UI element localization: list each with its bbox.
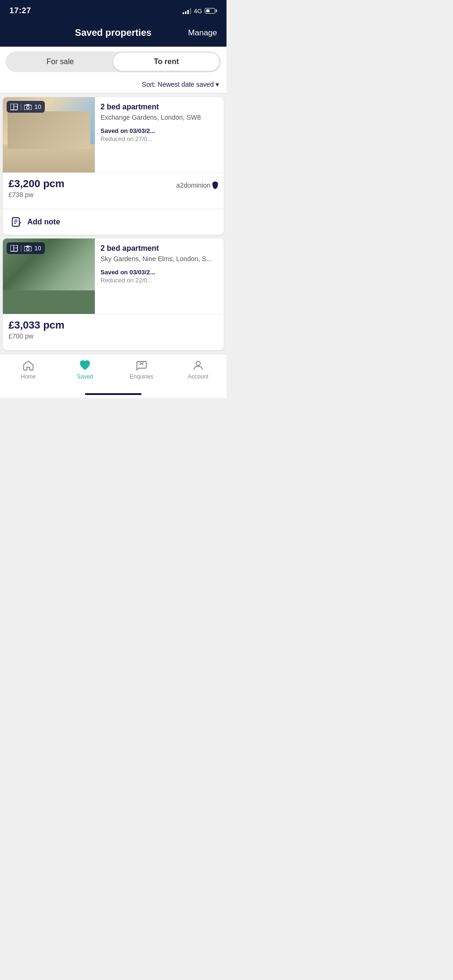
agent-logo: a2dominion <box>176 181 218 189</box>
status-bar: 17:27 4G <box>0 0 226 21</box>
property-reduced: Reduced on 22/0... <box>101 277 218 284</box>
image-badge: 10 <box>7 101 45 113</box>
property-price-main: £3,200 pcm <box>8 178 65 190</box>
image-badge: 10 <box>7 242 45 254</box>
nav-enquiries-label: Enquiries <box>130 373 153 380</box>
home-icon <box>22 359 34 371</box>
home-indicator <box>85 393 142 395</box>
enquiries-icon <box>135 359 148 371</box>
floorplan-icon <box>10 245 18 252</box>
photo-count: 10 <box>34 245 41 252</box>
camera-icon <box>24 104 32 110</box>
note-icon <box>10 216 23 228</box>
property-type: 2 bed apartment <box>101 244 218 253</box>
property-card[interactable]: 10 2 bed apartment Exchange Gardens, Lon… <box>3 97 224 235</box>
account-icon <box>192 359 204 371</box>
nav-saved-label: Saved <box>77 373 93 380</box>
property-saved: Saved on 03/03/2... <box>101 269 218 276</box>
home-bar <box>0 389 226 398</box>
add-note-row[interactable]: Add note <box>3 209 224 235</box>
property-reduced: Reduced on 27/0... <box>101 135 218 142</box>
tab-for-sale[interactable]: For sale <box>7 53 113 71</box>
property-price-sub: £700 pw <box>8 332 218 340</box>
a2dominion-logo: a2dominion <box>176 181 218 189</box>
nav-account[interactable]: Account <box>170 359 226 380</box>
note-svg <box>11 217 22 227</box>
property-main: 10 2 bed apartment Sky Gardens, Nine Elm… <box>3 239 224 314</box>
camera-icon <box>24 246 32 251</box>
tab-switch: For sale To rent <box>6 51 221 72</box>
svg-rect-15 <box>26 246 29 247</box>
svg-rect-3 <box>24 105 32 110</box>
property-image-wrap: 10 <box>3 97 95 173</box>
property-card[interactable]: 10 2 bed apartment Sky Gardens, Nine Elm… <box>3 239 224 350</box>
header: Saved properties Manage <box>0 21 226 47</box>
property-list: 10 2 bed apartment Exchange Gardens, Lon… <box>0 93 226 354</box>
property-price-main: £3,033 pcm <box>8 319 218 331</box>
property-image-wrap: 10 <box>3 239 95 314</box>
add-note-label: Add note <box>27 218 60 226</box>
nav-enquiries[interactable]: Enquiries <box>113 359 170 380</box>
sort-label[interactable]: Sort: Newest date saved ▾ <box>142 81 219 88</box>
property-type: 2 bed apartment <box>101 103 218 111</box>
agent-name: a2dominion <box>176 181 210 189</box>
status-icons: 4G <box>183 8 217 15</box>
manage-button[interactable]: Manage <box>188 28 217 38</box>
heart-icon <box>79 359 91 371</box>
status-time: 17:27 <box>9 6 31 16</box>
tab-container: For sale To rent <box>0 47 226 77</box>
svg-rect-13 <box>24 247 32 251</box>
svg-point-4 <box>26 106 29 109</box>
property-bottom: £3,200 pcm £738 pw a2dominion <box>3 173 224 209</box>
property-address: Sky Gardens, Nine Elms, London, S... <box>101 255 218 264</box>
badge-divider <box>21 104 21 110</box>
bottom-nav: Home Saved Enquiries Account <box>0 354 226 389</box>
network-label: 4G <box>194 8 202 15</box>
page-title: Saved properties <box>75 27 151 38</box>
property-saved: Saved on 03/03/2... <box>101 127 218 134</box>
nav-account-label: Account <box>188 373 208 380</box>
property-main: 10 2 bed apartment Exchange Gardens, Lon… <box>3 97 224 173</box>
svg-point-14 <box>26 247 29 250</box>
photo-count: 10 <box>34 103 41 110</box>
nav-home[interactable]: Home <box>0 359 57 380</box>
badge-divider <box>21 245 21 252</box>
svg-rect-5 <box>26 104 29 106</box>
property-info: 2 bed apartment Exchange Gardens, London… <box>95 97 224 173</box>
tab-to-rent[interactable]: To rent <box>113 53 219 71</box>
battery-icon <box>205 8 217 14</box>
agent-logo-drop <box>212 181 218 189</box>
svg-point-16 <box>196 362 201 366</box>
property-address: Exchange Gardens, London, SW8 <box>101 113 218 123</box>
nav-saved[interactable]: Saved <box>57 359 113 380</box>
property-price-sub: £738 pw <box>8 191 65 198</box>
signal-icon <box>183 8 191 14</box>
property-bottom: £3,033 pcm £700 pw <box>3 314 224 350</box>
floorplan-icon <box>10 104 18 110</box>
nav-home-label: Home <box>21 373 36 380</box>
property-info: 2 bed apartment Sky Gardens, Nine Elms, … <box>95 239 224 314</box>
sort-bar[interactable]: Sort: Newest date saved ▾ <box>0 77 226 93</box>
